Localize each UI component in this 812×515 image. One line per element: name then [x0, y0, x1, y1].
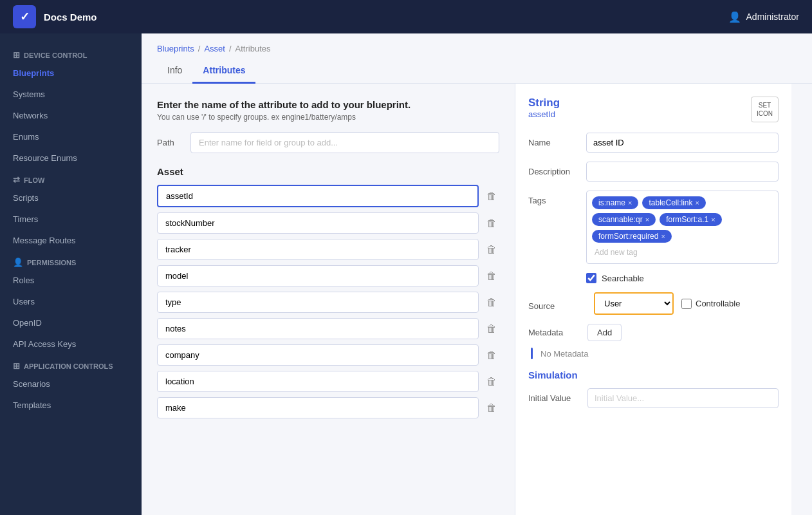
path-input[interactable]: [190, 132, 499, 153]
simulation-title: Simulation: [528, 370, 779, 380]
description-heading: Enter the name of the attribute to add t…: [157, 99, 499, 110]
field-row: 🗑: [157, 292, 499, 313]
tag-remove-scannable-qr[interactable]: ×: [645, 216, 649, 223]
sidebar-item-api-access-keys[interactable]: API Access Keys: [0, 333, 142, 355]
sidebar-item-timers[interactable]: Timers: [0, 209, 142, 230]
sidebar-item-scenarios[interactable]: Scenarios: [0, 373, 142, 395]
searchable-label: Searchable: [602, 274, 644, 283]
sidebar: ⊞ Device Control Blueprints Systems Netw…: [0, 33, 142, 515]
sidebar-item-message-routes[interactable]: Message Routes: [0, 230, 142, 251]
tags-chips-row: is:name × tableCell:link × scannable:qr …: [592, 196, 773, 243]
tags-area: is:name × tableCell:link × scannable:qr …: [586, 191, 779, 264]
tag-label: formSort:a.1: [666, 215, 708, 224]
add-metadata-button[interactable]: Add: [587, 324, 622, 341]
tabs: Info Attributes: [142, 59, 812, 84]
tag-chip-formsort-required: formSort:required ×: [592, 230, 672, 243]
field-input-company[interactable]: [157, 344, 479, 366]
sidebar-section-flow: ⇄ Flow: [0, 169, 142, 187]
device-control-icon: ⊞: [13, 50, 20, 60]
sidebar-item-roles[interactable]: Roles: [0, 270, 142, 291]
main-content: Blueprints / Asset / Attributes Info Att…: [142, 33, 812, 515]
tag-remove-is-name[interactable]: ×: [628, 199, 632, 207]
searchable-row: Searchable: [528, 273, 779, 283]
field-input-tracker[interactable]: [157, 239, 479, 260]
field-input-assetid[interactable]: [157, 185, 479, 207]
source-select-wrap: User System Calculated: [594, 292, 674, 315]
delete-notes-button[interactable]: 🗑: [484, 321, 499, 337]
description-label: Description: [528, 162, 586, 176]
section-title: Asset: [157, 166, 499, 177]
app-controls-label: Application Controls: [24, 362, 113, 370]
tag-remove-formsort-a1[interactable]: ×: [711, 216, 715, 223]
description-row: Description: [528, 162, 779, 182]
initial-value-input[interactable]: [587, 388, 779, 408]
flow-icon: ⇄: [13, 175, 20, 185]
field-list: 🗑 🗑 🗑 🗑: [157, 185, 499, 418]
sidebar-item-openid[interactable]: OpenID: [0, 312, 142, 333]
type-subtitle: assetId: [528, 109, 560, 119]
field-input-type[interactable]: [157, 292, 479, 313]
sidebar-section-device-control: ⊞ Device Control: [0, 44, 142, 62]
field-input-stocknumber[interactable]: [157, 212, 479, 234]
type-info: String assetId: [528, 97, 560, 119]
delete-tracker-button[interactable]: 🗑: [484, 241, 499, 258]
description-input[interactable]: [586, 162, 779, 182]
app-title: Docs Demo: [44, 12, 97, 23]
sidebar-item-scripts[interactable]: Scripts: [0, 187, 142, 209]
tags-value-wrap: is:name × tableCell:link × scannable:qr …: [586, 191, 779, 264]
description-subtext: You can use '/' to specify groups. ex en…: [157, 113, 499, 122]
field-input-model[interactable]: [157, 265, 479, 286]
sidebar-item-networks[interactable]: Networks: [0, 105, 142, 126]
tab-attributes[interactable]: Attributes: [192, 59, 255, 84]
metadata-row: Metadata Add: [528, 324, 779, 341]
name-row: Name: [528, 133, 779, 153]
add-tag-input[interactable]: [592, 247, 773, 258]
delete-company-button[interactable]: 🗑: [484, 347, 499, 364]
nav-right: 👤 Administrator: [728, 11, 799, 23]
tag-label: formSort:required: [598, 232, 658, 241]
content-area: Enter the name of the attribute to add t…: [142, 84, 812, 515]
source-label: Source: [528, 296, 586, 311]
no-metadata-text: No Metadata: [540, 349, 588, 359]
panel-description: Enter the name of the attribute to add t…: [157, 99, 499, 122]
sidebar-item-resource-enums[interactable]: Resource Enums: [0, 147, 142, 169]
panel-header: String assetId SETICON: [528, 97, 779, 122]
name-input[interactable]: [586, 133, 779, 153]
field-input-location[interactable]: [157, 371, 479, 392]
delete-assetid-button[interactable]: 🗑: [484, 188, 499, 205]
main-layout: ⊞ Device Control Blueprints Systems Netw…: [0, 33, 812, 515]
device-control-label: Device Control: [24, 52, 87, 59]
path-row: Path: [157, 132, 499, 153]
controllable-checkbox[interactable]: [681, 299, 692, 309]
delete-make-button[interactable]: 🗑: [484, 400, 499, 417]
top-nav: ✓ Docs Demo 👤 Administrator: [0, 0, 812, 33]
tag-chip-is-name: is:name ×: [592, 196, 638, 209]
tab-info[interactable]: Info: [157, 59, 192, 84]
delete-type-button[interactable]: 🗑: [484, 294, 499, 311]
breadcrumb-blueprints[interactable]: Blueprints: [157, 44, 194, 53]
source-select[interactable]: User System Calculated: [595, 294, 672, 314]
field-input-make[interactable]: [157, 397, 479, 418]
sidebar-item-blueprints[interactable]: Blueprints: [0, 62, 142, 84]
set-icon-button[interactable]: SETICON: [751, 97, 779, 122]
tag-remove-tablecell-link[interactable]: ×: [696, 199, 699, 207]
breadcrumb-asset[interactable]: Asset: [204, 44, 225, 53]
tag-remove-formsort-required[interactable]: ×: [661, 232, 665, 240]
sidebar-item-templates[interactable]: Templates: [0, 395, 142, 416]
field-input-notes[interactable]: [157, 318, 479, 339]
sidebar-item-users[interactable]: Users: [0, 291, 142, 312]
delete-stocknumber-button[interactable]: 🗑: [484, 215, 499, 232]
permissions-label: Permissions: [27, 259, 76, 267]
controllable-label: Controllable: [696, 299, 740, 308]
nav-left: ✓ Docs Demo: [13, 5, 97, 28]
field-row: 🗑: [157, 397, 499, 418]
tag-chip-tablecell-link: tableCell:link ×: [642, 196, 705, 209]
sidebar-item-systems[interactable]: Systems: [0, 84, 142, 105]
field-row: 🗑: [157, 371, 499, 392]
sidebar-item-enums[interactable]: Enums: [0, 126, 142, 147]
field-row: 🗑: [157, 212, 499, 234]
delete-model-button[interactable]: 🗑: [484, 268, 499, 285]
searchable-checkbox[interactable]: [586, 273, 596, 283]
path-label: Path: [157, 138, 183, 147]
delete-location-button[interactable]: 🗑: [484, 373, 499, 390]
